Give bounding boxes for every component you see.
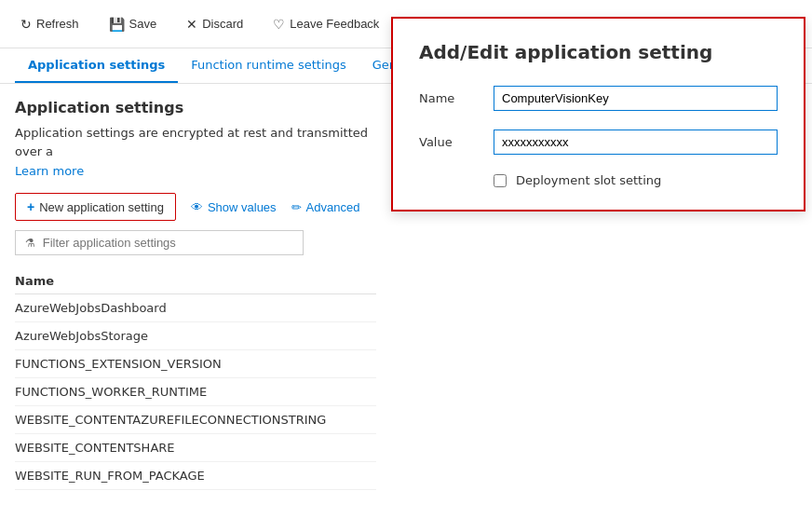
panel-title: Add/Edit application setting xyxy=(419,41,778,63)
name-input[interactable] xyxy=(494,86,778,111)
value-label: Value xyxy=(419,135,494,149)
refresh-label: Refresh xyxy=(36,17,79,31)
discard-label: Discard xyxy=(202,17,243,31)
deployment-slot-row: Deployment slot setting xyxy=(494,173,778,187)
filter-input[interactable] xyxy=(43,236,293,250)
deployment-slot-label: Deployment slot setting xyxy=(516,173,661,187)
new-setting-label: New application setting xyxy=(39,200,164,214)
advanced-label: Advanced xyxy=(306,200,360,214)
value-row: Value xyxy=(419,130,778,155)
feedback-button[interactable]: ♡ Leave Feedback xyxy=(267,13,385,35)
table-row: FUNCTIONS_WORKER_RUNTIME xyxy=(15,378,376,406)
eye-icon: 👁 xyxy=(191,200,203,214)
action-bar: + New application setting 👁 Show values … xyxy=(15,193,376,221)
new-application-setting-button[interactable]: + New application setting xyxy=(15,193,176,221)
refresh-button[interactable]: ↻ Refresh xyxy=(15,13,85,35)
description-text: Application settings are encrypted at re… xyxy=(15,124,376,160)
refresh-icon: ↻ xyxy=(20,17,32,32)
save-label: Save xyxy=(129,17,157,31)
tab-function-runtime[interactable]: Function runtime settings xyxy=(178,48,359,83)
save-button[interactable]: 💾 Save xyxy=(103,13,163,35)
discard-icon: ✕ xyxy=(186,17,197,32)
name-row: Name xyxy=(419,86,778,111)
learn-more-link[interactable]: Learn more xyxy=(15,164,376,178)
table-row: WEBSITE_RUN_FROM_PACKAGE xyxy=(15,462,376,490)
add-edit-panel: Add/Edit application setting Name Value … xyxy=(391,17,805,211)
heart-icon: ♡ xyxy=(273,17,285,32)
table-row: AzureWebJobsDashboard xyxy=(15,294,376,322)
page-title: Application settings xyxy=(15,99,376,116)
table-header: Name xyxy=(15,268,376,294)
save-icon: 💾 xyxy=(109,17,125,32)
show-values-label: Show values xyxy=(208,200,277,214)
main-content: Application settings Application setting… xyxy=(0,84,391,505)
table-row: WEBSITE_CONTENTAZUREFILECONNECTIONSTRING xyxy=(15,406,376,434)
feedback-label: Leave Feedback xyxy=(290,17,379,31)
plus-icon: + xyxy=(27,199,34,214)
advanced-button[interactable]: ✏ Advanced xyxy=(291,200,360,214)
discard-button[interactable]: ✕ Discard xyxy=(181,13,249,35)
value-input[interactable] xyxy=(494,130,778,155)
filter-bar: ⚗ xyxy=(15,230,304,255)
name-label: Name xyxy=(419,91,494,105)
deployment-slot-checkbox[interactable] xyxy=(494,174,507,187)
table-row: FUNCTIONS_EXTENSION_VERSION xyxy=(15,350,376,378)
table-row: AzureWebJobsStorage xyxy=(15,322,376,350)
show-values-button[interactable]: 👁 Show values xyxy=(191,200,277,214)
settings-table: Name AzureWebJobsDashboard AzureWebJobsS… xyxy=(15,268,376,490)
table-row: WEBSITE_CONTENTSHARE xyxy=(15,434,376,462)
filter-icon: ⚗ xyxy=(25,237,35,250)
tab-application-settings[interactable]: Application settings xyxy=(15,48,178,83)
pencil-icon: ✏ xyxy=(291,200,302,214)
